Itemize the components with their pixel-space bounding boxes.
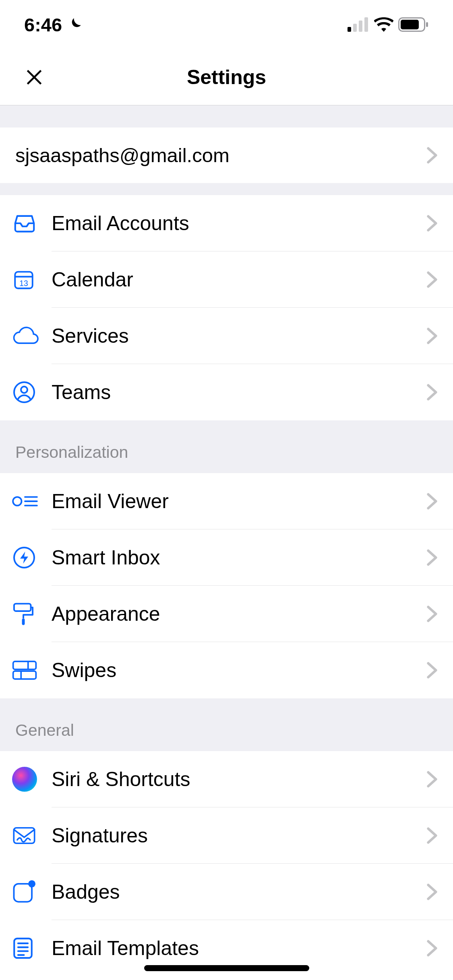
row-label: Services [52,324,426,348]
bolt-circle-icon [12,546,36,570]
status-left: 6:46 [24,14,83,36]
chevron-right-icon [426,384,438,401]
siri-icon [12,767,37,792]
calendar-icon: 13 [12,268,35,291]
calendar-row[interactable]: 13 Calendar [0,251,453,308]
svg-text:13: 13 [19,279,28,288]
viewer-icon [12,493,38,509]
svg-rect-23 [13,671,36,679]
svg-rect-19 [14,604,31,611]
inbox-icon [12,211,37,236]
svg-rect-2 [359,21,362,32]
row-label: Signatures [52,824,426,847]
general-section: Siri & Shortcuts Signatures Badges [0,751,453,976]
chevron-right-icon [426,662,438,679]
row-label: Badges [52,880,426,904]
svg-point-27 [28,880,35,887]
chevron-right-icon [426,271,438,288]
battery-icon [398,17,429,32]
home-indicator[interactable] [144,965,309,971]
row-label: Email Accounts [52,212,426,235]
row-label: Siri & Shortcuts [52,768,426,791]
row-label: Swipes [52,659,426,682]
row-label: Email Viewer [52,490,426,513]
chevron-right-icon [426,883,438,900]
person-circle-icon [12,380,36,404]
chevron-right-icon [426,605,438,622]
row-label: Teams [52,381,426,404]
wifi-icon [374,17,393,32]
chevron-right-icon [426,147,438,164]
chevron-right-icon [426,493,438,510]
spacer [0,183,453,195]
personalization-section: Email Viewer Smart Inbox Appearance [0,473,453,698]
email-viewer-row[interactable]: Email Viewer [0,473,453,529]
signature-icon [12,826,36,845]
row-label: Smart Inbox [52,546,426,569]
cloud-icon [12,326,39,346]
siri-shortcuts-row[interactable]: Siri & Shortcuts [0,751,453,807]
chevron-right-icon [426,771,438,788]
close-icon [24,67,44,87]
svg-rect-20 [22,619,25,625]
page-title: Settings [0,66,453,89]
svg-point-14 [13,497,21,505]
account-email: sjsaaspaths@gmail.com [15,144,426,167]
nav-bar: Settings [0,49,453,105]
chevron-right-icon [426,215,438,232]
svg-rect-1 [353,24,357,32]
main-section: Email Accounts 13 Calendar Services [0,195,453,420]
paint-roller-icon [12,602,35,626]
cellular-signal-icon [348,17,369,32]
svg-rect-3 [364,17,368,32]
personalization-header: Personalization [0,420,453,473]
row-label: Appearance [52,602,426,626]
chevron-right-icon [426,827,438,844]
spacer [0,105,453,128]
row-label: Calendar [52,268,426,291]
status-bar: 6:46 [0,0,453,49]
chevron-right-icon [426,327,438,344]
badges-row[interactable]: Badges [0,864,453,920]
general-header: General [0,698,453,751]
svg-point-13 [21,387,27,393]
status-time: 6:46 [24,14,62,36]
svg-rect-6 [426,22,428,27]
teams-row[interactable]: Teams [0,364,453,420]
svg-rect-26 [14,884,32,902]
content-area: sjsaaspaths@gmail.com Email Accounts 13 [0,105,453,976]
swipes-row[interactable]: Swipes [0,642,453,698]
chevron-right-icon [426,940,438,957]
svg-rect-21 [13,661,36,669]
badge-icon [12,880,35,904]
status-right [348,17,429,32]
smart-inbox-row[interactable]: Smart Inbox [0,529,453,586]
row-label: Email Templates [52,937,426,960]
svg-rect-0 [348,27,351,32]
signatures-row[interactable]: Signatures [0,807,453,864]
swipes-icon [12,661,37,680]
account-row[interactable]: sjsaaspaths@gmail.com [0,128,453,183]
close-button[interactable] [20,63,48,91]
email-accounts-row[interactable]: Email Accounts [0,195,453,251]
chevron-right-icon [426,549,438,566]
services-row[interactable]: Services [0,308,453,364]
appearance-row[interactable]: Appearance [0,586,453,642]
template-icon [12,937,34,960]
svg-rect-5 [401,20,419,29]
do-not-disturb-icon [66,16,83,33]
